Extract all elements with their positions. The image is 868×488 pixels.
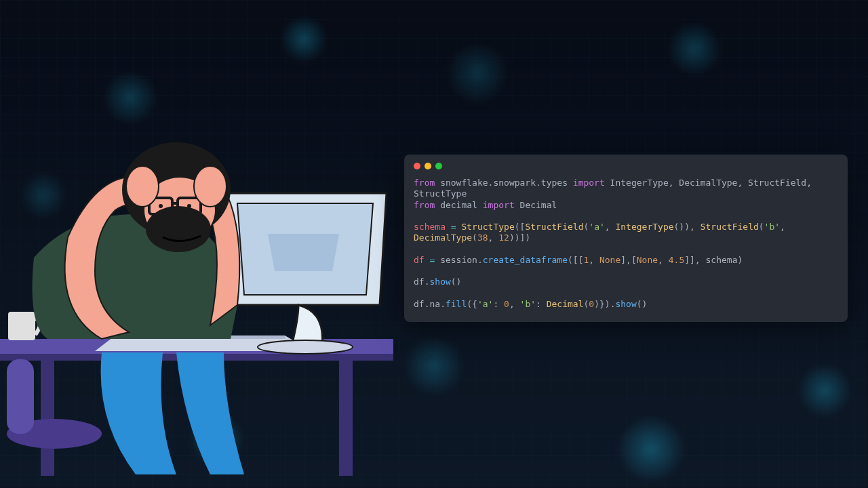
developer-illustration (0, 136, 407, 488)
svg-rect-6 (8, 312, 35, 340)
svg-rect-2 (41, 361, 54, 476)
svg-point-16 (126, 166, 159, 207)
window-controls (414, 163, 838, 169)
code-window: from snowflake.snowpark.types import Int… (404, 155, 848, 322)
svg-rect-3 (339, 361, 353, 476)
svg-point-7 (258, 340, 353, 354)
close-icon[interactable] (414, 163, 420, 169)
svg-point-15 (187, 204, 191, 208)
svg-point-17 (194, 166, 226, 207)
minimize-icon[interactable] (425, 163, 431, 169)
maximize-icon[interactable] (435, 163, 442, 169)
svg-rect-5 (7, 359, 34, 434)
code-block: from snowflake.snowpark.types import Int… (414, 178, 838, 310)
svg-point-14 (159, 204, 163, 208)
